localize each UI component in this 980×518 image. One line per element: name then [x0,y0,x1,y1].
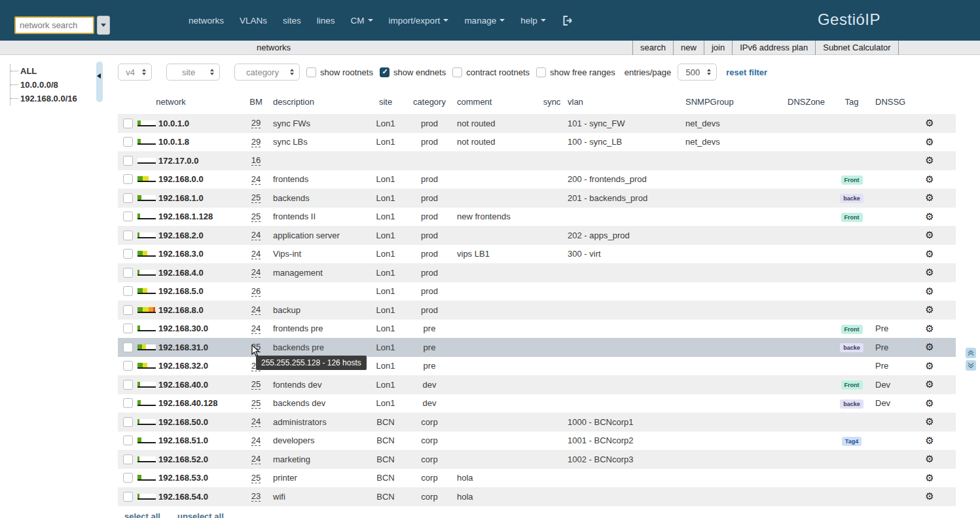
row-checkbox[interactable] [123,324,133,333]
row-checkbox[interactable] [123,492,133,502]
row-checkbox[interactable] [123,435,133,445]
network-link[interactable]: 192.168.52.0 [158,454,208,464]
row-checkbox[interactable] [123,398,133,408]
network-link[interactable]: 192.168.8.0 [158,305,204,315]
gear-icon[interactable]: ⚙ [925,305,934,315]
checkbox[interactable] [452,67,462,77]
gear-icon[interactable]: ⚙ [925,473,934,483]
row-checkbox[interactable] [123,119,133,128]
network-link[interactable]: 192.168.31.0 [158,342,208,352]
logout-button[interactable] [563,16,574,26]
ip-version-select[interactable]: v4 [118,64,152,81]
row-checkbox[interactable] [123,137,133,147]
category-select[interactable]: category [234,64,300,81]
unselect-all-link[interactable]: unselect all [177,511,224,518]
tree-item-192-168-0-0-16[interactable]: 192.168.0.0/16 [10,92,97,105]
action-join[interactable]: join [704,41,732,55]
network-link[interactable]: 192.168.30.0 [158,324,208,333]
nav-item-lines[interactable]: lines [317,16,335,26]
row-checkbox[interactable] [123,249,133,259]
gear-icon[interactable]: ⚙ [925,416,934,427]
gear-icon[interactable]: ⚙ [925,379,934,390]
checkbox[interactable] [306,67,316,77]
gear-icon[interactable]: ⚙ [925,491,934,502]
row-checkbox[interactable] [123,212,133,221]
row-checkbox[interactable] [123,380,133,390]
nav-item-manage[interactable]: manage [464,16,505,26]
network-link[interactable]: 192.168.53.0 [158,473,208,483]
reset-filter-link[interactable]: reset filter [726,67,767,77]
row-checkbox[interactable] [123,193,133,203]
row-checkbox[interactable] [123,286,133,296]
network-link[interactable]: 192.168.50.0 [158,417,208,427]
action-new[interactable]: new [673,41,704,55]
nav-item-import-export[interactable]: import/export [389,16,449,26]
gear-icon[interactable]: ⚙ [925,174,934,185]
gear-icon[interactable]: ⚙ [925,249,934,259]
filter-show-rootnets[interactable]: show rootnets [306,67,373,77]
nav-item-vlans[interactable]: VLANs [240,16,267,26]
search-dropdown-button[interactable] [97,16,110,35]
network-link[interactable]: 192.168.3.0 [158,249,204,259]
nav-item-help[interactable]: help [520,16,546,26]
network-link[interactable]: 10.0.1.8 [158,137,189,147]
network-link[interactable]: 192.168.5.0 [158,286,204,296]
row-checkbox[interactable] [123,454,133,464]
gear-icon[interactable]: ⚙ [925,342,934,352]
network-link[interactable]: 192.168.51.0 [158,435,208,445]
row-checkbox[interactable] [123,231,133,240]
gear-icon[interactable]: ⚙ [925,398,934,409]
gear-icon[interactable]: ⚙ [925,324,934,334]
network-link[interactable]: 192.168.0.0 [158,174,204,184]
action-search[interactable]: search [632,41,673,55]
row-checkbox[interactable] [123,361,133,371]
gear-icon[interactable]: ⚙ [925,454,934,464]
gear-icon[interactable]: ⚙ [925,361,934,371]
row-checkbox[interactable] [123,342,133,352]
action-ipv6-address-plan[interactable]: IPv6 address plan [732,41,815,55]
filter-contract-rootnets[interactable]: contract rootnets [452,67,530,77]
search-input[interactable] [14,16,94,34]
row-checkbox[interactable] [123,174,133,184]
network-link[interactable]: 192.168.1.128 [158,212,213,221]
network-link[interactable]: 192.168.32.0 [158,361,208,371]
site-select[interactable]: site [166,64,220,81]
checkbox-checked[interactable] [380,67,390,77]
network-link[interactable]: 192.168.4.0 [158,268,204,278]
network-link[interactable]: 192.168.1.0 [158,193,204,203]
gear-icon[interactable]: ⚙ [925,286,934,297]
gear-icon[interactable]: ⚙ [925,118,934,128]
row-checkbox[interactable] [123,305,133,315]
row-checkbox[interactable] [123,156,133,166]
nav-item-sites[interactable]: sites [283,16,301,26]
network-link[interactable]: 192.168.2.0 [158,231,204,240]
gear-icon[interactable]: ⚙ [925,267,934,278]
gear-icon[interactable]: ⚙ [925,137,934,147]
nav-item-networks[interactable]: networks [189,16,224,26]
select-all-link[interactable]: select all [124,511,160,518]
filter-show-free-ranges[interactable]: show free ranges [536,67,615,77]
network-link[interactable]: 192.168.54.0 [158,492,208,502]
network-link[interactable]: 10.0.1.0 [158,119,189,128]
sidebar-collapse-handle[interactable] [96,62,103,102]
filter-show-endnets[interactable]: show endnets [380,67,446,77]
nav-item-cm[interactable]: CM [351,16,373,26]
row-checkbox[interactable] [123,417,133,427]
tree-item-10-0-0-0-8[interactable]: 10.0.0.0/8 [10,78,97,92]
checkbox[interactable] [536,67,546,77]
entries-per-page-select[interactable]: 500 [678,64,717,81]
tree-item-all[interactable]: ALL [10,64,97,78]
gear-icon[interactable]: ⚙ [925,212,934,222]
scroll-up-button[interactable] [966,348,976,358]
network-link[interactable]: 192.168.40.0 [158,380,208,390]
network-link[interactable]: 192.168.40.128 [158,398,217,408]
row-checkbox[interactable] [123,268,133,278]
scroll-down-button[interactable] [966,360,976,371]
gear-icon[interactable]: ⚙ [925,193,934,203]
network-link[interactable]: 172.17.0.0 [158,156,198,166]
gear-icon[interactable]: ⚙ [925,230,934,240]
row-checkbox[interactable] [123,473,133,483]
gear-icon[interactable]: ⚙ [925,435,934,446]
action-subnet-calculator[interactable]: Subnet Calculator [815,41,898,55]
gear-icon[interactable]: ⚙ [925,155,934,166]
